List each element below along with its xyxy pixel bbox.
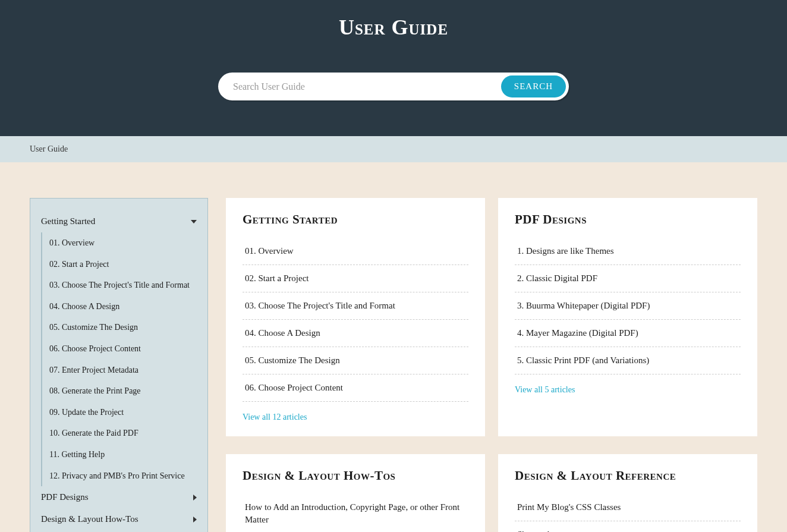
card-list: How to Add an Introduction, Copyright Pa… — [243, 494, 468, 532]
sidebar-section-design-layout-howtos[interactable]: Design & Layout How-Tos — [30, 508, 207, 530]
card-item[interactable]: 4. Mayer Magazine (Digital PDF) — [515, 320, 741, 347]
card-title: PDF Designs — [515, 212, 741, 227]
card-item[interactable]: How to Add an Introduction, Copyright Pa… — [243, 494, 468, 532]
card-item[interactable]: 5. Classic Print PDF (and Variations) — [515, 347, 741, 374]
page-header: User Guide SEARCH — [0, 0, 787, 136]
search-wrapper: SEARCH — [218, 73, 569, 100]
card-pdf-designs: PDF Designs 1. Designs are like Themes 2… — [498, 198, 757, 436]
card-item[interactable]: 02. Start a Project — [243, 265, 468, 292]
card-item[interactable]: Print My Blog's CSS Classes — [515, 494, 741, 521]
card-list: Print My Blog's CSS Classes Shortcodes — [515, 494, 741, 532]
card-item[interactable]: Shortcodes — [515, 521, 741, 532]
card-list: 1. Designs are like Themes 2. Classic Di… — [515, 238, 741, 374]
card-item[interactable]: 05. Customize The Design — [243, 347, 468, 374]
sidebar-item[interactable]: 02. Start a Project — [49, 254, 197, 275]
content-area: Getting Started 01. Overview 02. Start a… — [0, 162, 787, 532]
page-title: User Guide — [0, 15, 787, 40]
view-all-link[interactable]: View all 12 articles — [243, 413, 468, 422]
card-item[interactable]: 2. Classic Digital PDF — [515, 265, 741, 292]
sidebar-item[interactable]: 04. Choose A Design — [49, 296, 197, 317]
card-title: Design & Layout How-Tos — [243, 468, 468, 483]
card-getting-started: Getting Started 01. Overview 02. Start a… — [226, 198, 485, 436]
card-item[interactable]: 3. Buurma Whitepaper (Digital PDF) — [515, 292, 741, 320]
card-item[interactable]: 01. Overview — [243, 238, 468, 265]
sidebar-item[interactable]: 08. Generate the Print Page — [49, 380, 197, 402]
sidebar-item[interactable]: 09. Update the Project — [49, 402, 197, 423]
sidebar-item[interactable]: 03. Choose The Project's Title and Forma… — [49, 275, 197, 296]
sidebar-section-label: Design & Layout How-Tos — [41, 514, 138, 524]
card-item[interactable]: 06. Choose Project Content — [243, 374, 468, 402]
card-item[interactable]: 03. Choose The Project's Title and Forma… — [243, 292, 468, 320]
sidebar: Getting Started 01. Overview 02. Start a… — [30, 198, 208, 532]
breadcrumb-item[interactable]: User Guide — [30, 144, 68, 153]
card-list: 01. Overview 02. Start a Project 03. Cho… — [243, 238, 468, 402]
card-design-layout-reference: Design & Layout Reference Print My Blog'… — [498, 454, 757, 532]
sidebar-item[interactable]: 10. Generate the Paid PDF — [49, 423, 197, 444]
chevron-down-icon — [191, 220, 197, 223]
sidebar-section-label: PDF Designs — [41, 492, 89, 502]
card-title: Getting Started — [243, 212, 468, 227]
sidebar-item[interactable]: 07. Enter Project Metadata — [49, 360, 197, 381]
chevron-right-icon — [193, 495, 197, 500]
card-item[interactable]: 1. Designs are like Themes — [515, 238, 741, 265]
view-all-link[interactable]: View all 5 articles — [515, 385, 741, 395]
main-grid: Getting Started 01. Overview 02. Start a… — [226, 198, 757, 532]
sidebar-item[interactable]: 06. Choose Project Content — [49, 338, 197, 360]
sidebar-section-label: Getting Started — [41, 216, 95, 226]
search-button[interactable]: SEARCH — [501, 75, 566, 97]
card-item[interactable]: 04. Choose A Design — [243, 320, 468, 347]
card-design-layout-howtos: Design & Layout How-Tos How to Add an In… — [226, 454, 485, 532]
sidebar-sublist-getting-started: 01. Overview 02. Start a Project 03. Cho… — [41, 232, 207, 486]
sidebar-item[interactable]: 05. Customize The Design — [49, 317, 197, 338]
sidebar-item[interactable]: 12. Privacy and PMB's Pro Print Service — [49, 465, 197, 487]
sidebar-section-pdf-designs[interactable]: PDF Designs — [30, 486, 207, 508]
search-input[interactable] — [233, 81, 501, 92]
card-title: Design & Layout Reference — [515, 468, 741, 483]
sidebar-item[interactable]: 01. Overview — [49, 232, 197, 254]
breadcrumb: User Guide — [0, 136, 787, 162]
chevron-right-icon — [193, 517, 197, 522]
sidebar-section-getting-started[interactable]: Getting Started — [30, 210, 207, 232]
sidebar-item[interactable]: 11. Getting Help — [49, 444, 197, 465]
